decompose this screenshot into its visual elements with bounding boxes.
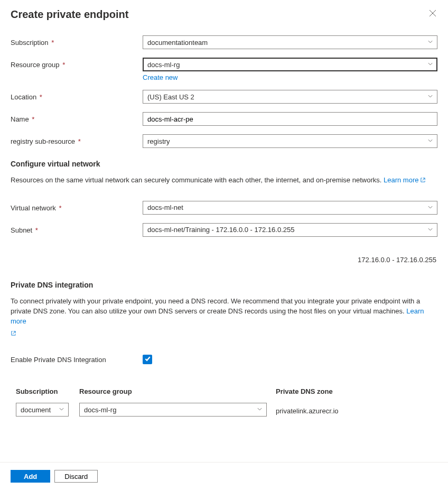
vnet-heading: Configure virtual network [11,160,437,168]
resource-group-label: Resource group * [11,58,143,69]
name-label: Name * [11,112,143,123]
dns-heading: Private DNS integration [11,281,437,289]
th-resource-group: Resource group [79,387,276,395]
chevron-down-icon [257,406,263,414]
dns-table-row: document docs-ml-rg privatelink.azurecr.… [11,403,437,417]
external-link-icon [420,176,426,186]
enable-dns-label: Enable Private DNS Integration [11,356,143,364]
subnet-dropdown[interactable]: docs-ml-net/Training - 172.16.0.0 - 172.… [143,223,437,237]
chevron-down-icon [427,204,433,211]
add-button[interactable]: Add [11,470,50,483]
dns-description: To connect privately with your private e… [11,297,437,327]
discard-button[interactable]: Discard [54,470,98,483]
close-button[interactable] [428,8,437,20]
chevron-down-icon [59,406,64,414]
virtual-network-dropdown[interactable]: docs-ml-net [143,201,437,215]
vnet-learn-more-link[interactable]: Learn more [384,176,426,184]
chevron-down-icon [427,61,433,69]
external-link-icon [11,330,16,338]
subscription-label: Subscription * [11,35,143,47]
enable-dns-checkbox[interactable] [143,355,152,364]
vnet-description: Resources on the same virtual network ca… [11,175,437,186]
sub-resource-label: registry sub-resource * [11,134,143,145]
dns-zone-value: privatelink.azurecr.io [276,405,432,415]
th-subscription: Subscription [16,387,79,395]
dns-resource-group-dropdown[interactable]: docs-ml-rg [79,403,267,417]
sub-resource-dropdown[interactable]: registry [143,134,437,148]
chevron-down-icon [427,137,433,145]
create-new-link[interactable]: Create new [143,73,178,81]
close-icon [429,11,436,19]
check-icon [144,355,151,364]
virtual-network-label: Virtual network * [11,201,143,212]
ip-range-text: 172.16.0.0 - 172.16.0.255 [11,256,437,264]
chevron-down-icon [427,39,433,47]
location-label: Location * [11,90,143,101]
chevron-down-icon [427,93,433,101]
dns-table-header: Subscription Resource group Private DNS … [11,383,437,403]
location-dropdown[interactable]: (US) East US 2 [143,90,437,104]
dns-subscription-dropdown[interactable]: document [16,403,69,417]
name-input[interactable] [143,112,437,126]
th-zone: Private DNS zone [276,387,432,395]
chevron-down-icon [427,226,433,234]
subscription-dropdown[interactable]: documentationteam [143,35,437,49]
resource-group-dropdown[interactable]: docs-ml-rg [143,58,437,71]
page-title: Create private endpoint [11,8,128,21]
subnet-label: Subnet * [11,223,143,234]
